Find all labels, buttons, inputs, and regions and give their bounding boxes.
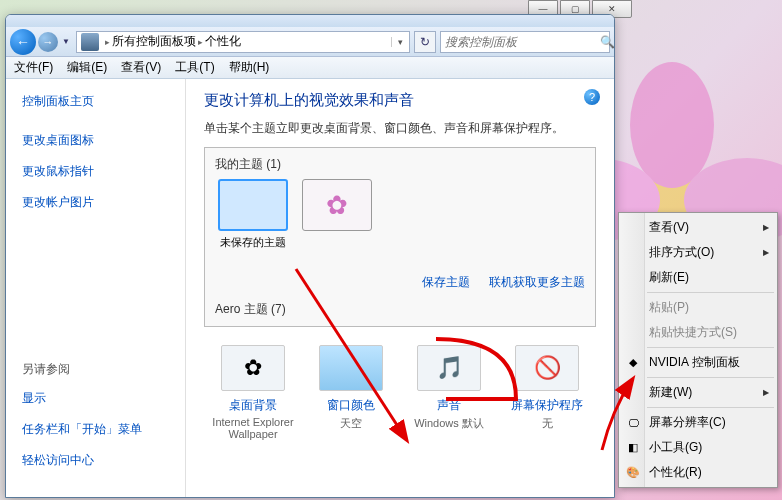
menu-edit[interactable]: 编辑(E): [67, 59, 107, 76]
window-color-thumb: [319, 345, 383, 391]
bottom-label: 屏幕保护程序: [503, 397, 591, 414]
themes-container: 我的主题 (1) 未保存的主题 保存主题 联机获取更多主题 Aero 主题 (7…: [204, 147, 596, 327]
cm-view[interactable]: 查看(V): [621, 215, 775, 240]
bottom-sub: 天空: [307, 416, 395, 431]
breadcrumb-root[interactable]: 所有控制面板项: [112, 33, 196, 50]
save-theme-link[interactable]: 保存主题: [422, 275, 470, 289]
window-color-item[interactable]: 窗口颜色 天空: [307, 345, 395, 440]
bottom-label: 桌面背景: [209, 397, 297, 414]
search-icon[interactable]: 🔍: [600, 35, 615, 49]
nvidia-icon: ◆: [625, 355, 641, 371]
menu-help[interactable]: 帮助(H): [229, 59, 270, 76]
content-area: 控制面板主页 更改桌面图标 更改鼠标指针 更改帐户图片 另请参阅 显示 任务栏和…: [6, 79, 614, 497]
sidebar-item-mouse-pointers[interactable]: 更改鼠标指针: [22, 163, 169, 180]
my-themes-header: 我的主题 (1): [215, 156, 585, 173]
cm-paste: 粘贴(P): [621, 295, 775, 320]
bottom-sub: Windows 默认: [405, 416, 493, 431]
page-subtitle: 单击某个主题立即更改桌面背景、窗口颜色、声音和屏幕保护程序。: [204, 120, 596, 137]
cm-gadgets[interactable]: ◧小工具(G): [621, 435, 775, 460]
menu-view[interactable]: 查看(V): [121, 59, 161, 76]
back-button[interactable]: ←: [10, 29, 36, 55]
address-dropdown-icon[interactable]: ▾: [391, 37, 409, 47]
main-panel: ? 更改计算机上的视觉效果和声音 单击某个主题立即更改桌面背景、窗口颜色、声音和…: [186, 79, 614, 497]
cm-label: 个性化(R): [649, 464, 702, 481]
theme-thumbnail: [218, 179, 288, 231]
desktop-bg-thumb: ✿: [221, 345, 285, 391]
personalize-icon: 🎨: [625, 465, 641, 481]
search-input[interactable]: [441, 35, 600, 49]
cm-label: 小工具(G): [649, 439, 702, 456]
cm-new[interactable]: 新建(W): [621, 380, 775, 405]
cm-nvidia[interactable]: ◆NVIDIA 控制面板: [621, 350, 775, 375]
forward-button[interactable]: →: [38, 32, 58, 52]
sidebar-item-taskbar[interactable]: 任务栏和「开始」菜单: [22, 421, 169, 438]
sidebar-item-account-picture[interactable]: 更改帐户图片: [22, 194, 169, 211]
bottom-label: 声音: [405, 397, 493, 414]
page-title: 更改计算机上的视觉效果和声音: [204, 91, 596, 110]
theme-label: 未保存的主题: [215, 235, 291, 250]
breadcrumb-current[interactable]: 个性化: [205, 33, 241, 50]
cm-personalize[interactable]: 🎨个性化(R): [621, 460, 775, 485]
sidebar-item-desktop-icons[interactable]: 更改桌面图标: [22, 132, 169, 149]
breadcrumb-sep-icon: ▸: [105, 37, 110, 47]
monitor-icon: 🖵: [625, 415, 641, 431]
bottom-label: 窗口颜色: [307, 397, 395, 414]
sidebar-item-display[interactable]: 显示: [22, 390, 169, 407]
theme-preview[interactable]: [299, 179, 375, 235]
theme-unsaved[interactable]: 未保存的主题: [215, 179, 291, 250]
menu-file[interactable]: 文件(F): [14, 59, 53, 76]
personalization-window: ← → ▼ ▸ 所有控制面板项 ▸ 个性化 ▾ ↻ 🔍 文件(F) 编辑(E) …: [5, 14, 615, 498]
screensaver-thumb: 🚫: [515, 345, 579, 391]
gadget-icon: ◧: [625, 440, 641, 456]
sidebar-see-also-header: 另请参阅: [22, 361, 169, 378]
sounds-thumb: 🎵: [417, 345, 481, 391]
get-more-themes-link[interactable]: 联机获取更多主题: [489, 275, 585, 289]
desktop-context-menu: 查看(V) 排序方式(O) 刷新(E) 粘贴(P) 粘贴快捷方式(S) ◆NVI…: [618, 212, 778, 488]
help-icon[interactable]: ?: [584, 89, 600, 105]
separator: [647, 292, 774, 293]
menu-tools[interactable]: 工具(T): [175, 59, 214, 76]
cm-label: NVIDIA 控制面板: [649, 354, 740, 371]
cm-refresh[interactable]: 刷新(E): [621, 265, 775, 290]
nav-history-dropdown[interactable]: ▼: [60, 32, 72, 52]
sidebar: 控制面板主页 更改桌面图标 更改鼠标指针 更改帐户图片 另请参阅 显示 任务栏和…: [6, 79, 186, 497]
address-bar[interactable]: ▸ 所有控制面板项 ▸ 个性化 ▾: [76, 31, 410, 53]
sounds-item[interactable]: 🎵 声音 Windows 默认: [405, 345, 493, 440]
sidebar-item-ease-of-access[interactable]: 轻松访问中心: [22, 452, 169, 469]
menubar: 文件(F) 编辑(E) 查看(V) 工具(T) 帮助(H): [6, 57, 614, 79]
bottom-sub: 无: [503, 416, 591, 431]
svg-point-1: [630, 62, 714, 188]
breadcrumb-sep-icon: ▸: [198, 37, 203, 47]
separator: [647, 407, 774, 408]
cm-paste-shortcut: 粘贴快捷方式(S): [621, 320, 775, 345]
bottom-settings-row: ✿ 桌面背景 Internet Explorer Wallpaper 窗口颜色 …: [204, 345, 596, 440]
cm-resolution[interactable]: 🖵屏幕分辨率(C): [621, 410, 775, 435]
separator: [647, 377, 774, 378]
aero-themes-header: Aero 主题 (7): [215, 301, 585, 318]
theme-thumbnail: [302, 179, 372, 231]
screensaver-item[interactable]: 🚫 屏幕保护程序 无: [503, 345, 591, 440]
refresh-button[interactable]: ↻: [414, 31, 436, 53]
sidebar-home[interactable]: 控制面板主页: [22, 93, 169, 110]
search-box[interactable]: 🔍: [440, 31, 610, 53]
control-panel-icon: [81, 33, 99, 51]
titlebar[interactable]: [6, 15, 614, 27]
desktop-background-item[interactable]: ✿ 桌面背景 Internet Explorer Wallpaper: [209, 345, 297, 440]
separator: [647, 347, 774, 348]
cm-label: 屏幕分辨率(C): [649, 414, 726, 431]
bottom-sub: Internet Explorer Wallpaper: [209, 416, 297, 440]
cm-sort[interactable]: 排序方式(O): [621, 240, 775, 265]
navbar: ← → ▼ ▸ 所有控制面板项 ▸ 个性化 ▾ ↻ 🔍: [6, 27, 614, 57]
